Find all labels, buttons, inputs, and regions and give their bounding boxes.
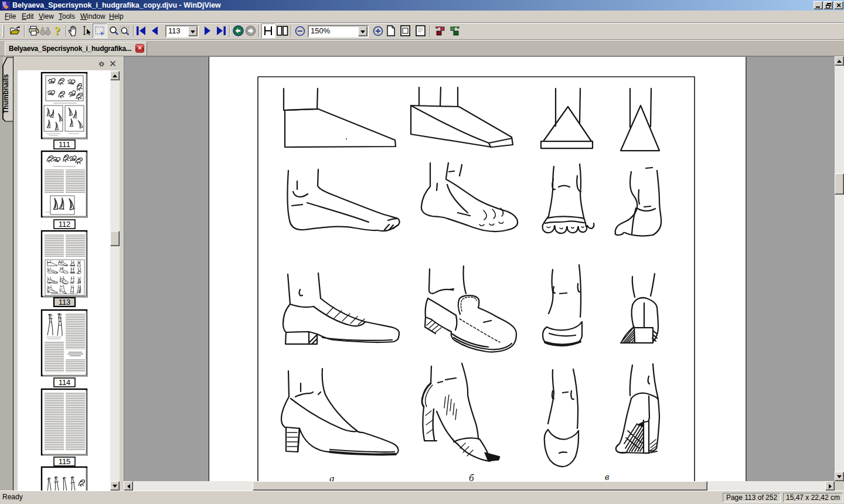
svg-text:в: в [605, 471, 610, 482]
svg-text:б: б [469, 472, 474, 482]
svg-text:а: а [329, 473, 335, 482]
svg-text:113: 113 [59, 298, 71, 307]
svg-text:115: 115 [59, 457, 71, 466]
svg-text:112: 112 [59, 220, 71, 229]
svg-text:114: 114 [59, 378, 71, 387]
svg-text:111: 111 [59, 140, 70, 149]
